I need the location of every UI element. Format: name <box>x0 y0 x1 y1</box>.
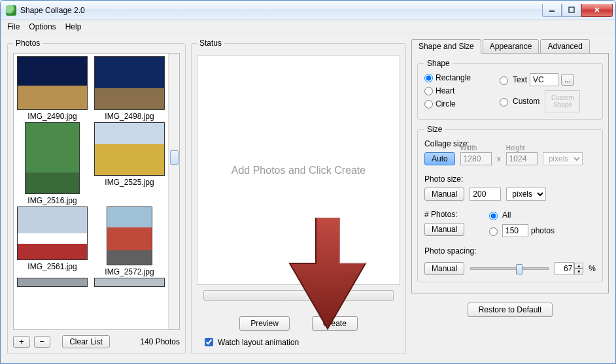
maximize-button[interactable] <box>562 4 581 17</box>
photo-item[interactable]: IMG_2498.jpg <box>94 56 165 121</box>
app-window: Shape Collage 2.0 File Options Help Phot… <box>0 0 616 364</box>
collage-width-input[interactable] <box>460 152 492 165</box>
menubar: File Options Help <box>1 20 615 33</box>
shape-text-browse-button[interactable]: ... <box>561 74 574 86</box>
collage-size-auto-button[interactable]: Auto <box>424 152 455 165</box>
settings-tabs: Shape and Size Appearance Advanced <box>411 39 609 53</box>
photo-size-label: Photo size: <box>424 174 481 184</box>
photo-caption: IMG_2525.jpg <box>94 178 165 187</box>
num-photos-count-radio[interactable] <box>489 227 498 236</box>
photo-item[interactable]: IMG_2525.jpg <box>94 122 165 205</box>
preview-button[interactable]: Preview <box>239 316 290 331</box>
photos-panel: Photos IMG_2490.jpg IMG_2498.jpg IMG_251… <box>7 39 186 354</box>
photo-count: 140 Photos <box>140 337 180 346</box>
status-legend: Status <box>197 39 224 48</box>
create-button[interactable]: Create <box>312 316 358 331</box>
titlebar[interactable]: Shape Collage 2.0 <box>1 1 615 20</box>
clear-list-button[interactable]: Clear List <box>62 335 110 348</box>
spacing-manual-button[interactable]: Manual <box>424 262 464 275</box>
spacing-slider-thumb[interactable] <box>516 264 522 274</box>
watch-animation-checkbox[interactable] <box>205 338 213 346</box>
add-photo-button[interactable]: + <box>13 336 30 348</box>
scrollbar[interactable] <box>168 54 179 329</box>
shape-text-radio[interactable] <box>500 76 508 85</box>
shape-circle-radio[interactable] <box>424 100 433 108</box>
shape-group: Shape Rectangle Heart Circle Text <box>417 59 603 120</box>
num-photos-manual-button[interactable]: Manual <box>424 223 464 236</box>
tab-body: Shape Rectangle Heart Circle Text <box>411 53 609 293</box>
photo-caption: IMG_2561.jpg <box>16 262 88 271</box>
watch-animation-label: Watch layout animation <box>218 338 299 347</box>
menu-file[interactable]: File <box>3 21 24 33</box>
photo-caption: IMG_2572.jpg <box>94 267 165 276</box>
percent-label: % <box>589 264 596 273</box>
shape-heart[interactable]: Heart <box>424 86 496 95</box>
num-photos-all-radio[interactable] <box>489 212 498 220</box>
shape-rectangle[interactable]: Rectangle <box>424 73 496 82</box>
spacing-label: Photo spacing: <box>424 246 481 256</box>
restore-default-button[interactable]: Restore to Default <box>468 303 553 317</box>
app-icon <box>6 5 16 16</box>
shape-legend: Shape <box>424 59 453 68</box>
thumbnail <box>17 207 88 260</box>
svg-rect-0 <box>549 10 555 12</box>
menu-options[interactable]: Options <box>25 21 60 33</box>
photo-caption: IMG_2498.jpg <box>94 112 165 121</box>
status-panel: Status Add Photos and Click Create Previ… <box>191 39 406 354</box>
thumbnail <box>17 56 88 110</box>
thumbnail <box>107 207 152 265</box>
thumbnail <box>94 278 165 287</box>
thumbnail <box>94 56 165 110</box>
thumbnail <box>17 278 88 287</box>
settings-column: Shape and Size Appearance Advanced Shape… <box>411 39 609 354</box>
shape-text-input[interactable] <box>530 73 558 86</box>
num-photos-label: # Photos: <box>424 210 481 219</box>
photo-item[interactable]: IMG_2561.jpg <box>16 207 88 276</box>
num-photos-count[interactable]: photos <box>486 224 555 237</box>
shape-heart-radio[interactable] <box>424 87 433 95</box>
preview-canvas: Add Photos and Click Create <box>197 56 400 285</box>
spacing-slider[interactable] <box>470 267 549 270</box>
num-photos-input[interactable] <box>502 224 528 237</box>
photo-list[interactable]: IMG_2490.jpg IMG_2498.jpg IMG_2516.jpg I… <box>14 54 168 329</box>
spacing-spin-up[interactable]: ▲ <box>574 263 583 269</box>
photo-caption: IMG_2490.jpg <box>16 112 88 121</box>
shape-rectangle-radio[interactable] <box>424 74 433 82</box>
spacing-value-input[interactable] <box>555 262 574 275</box>
remove-photo-button[interactable]: − <box>34 336 51 348</box>
collage-height-input[interactable] <box>506 152 538 165</box>
window-title: Shape Collage 2.0 <box>20 6 542 15</box>
photo-size-input[interactable] <box>470 188 501 201</box>
tab-appearance[interactable]: Appearance <box>483 39 539 54</box>
svg-rect-1 <box>569 7 574 12</box>
canvas-placeholder: Add Photos and Click Create <box>231 165 366 176</box>
progress-bar <box>203 290 394 301</box>
photo-item[interactable]: IMG_2572.jpg <box>94 207 165 276</box>
scrollbar-thumb[interactable] <box>170 150 179 165</box>
photo-caption: IMG_2516.jpg <box>16 196 88 205</box>
content: Photos IMG_2490.jpg IMG_2498.jpg IMG_251… <box>1 33 615 363</box>
tab-advanced[interactable]: Advanced <box>540 39 589 54</box>
thumbnail <box>25 122 80 194</box>
size-group: Size Collage size: Auto Width x Height p… <box>417 125 603 282</box>
photo-unit-select[interactable]: pixels <box>506 188 546 201</box>
collage-unit-select[interactable]: pixels <box>543 152 583 165</box>
spacing-spin-down[interactable]: ▼ <box>574 269 583 274</box>
shape-custom-radio[interactable] <box>500 98 508 107</box>
shape-circle[interactable]: Circle <box>424 99 496 108</box>
photo-size-manual-button[interactable]: Manual <box>424 188 464 201</box>
shape-text[interactable]: Text <box>496 74 527 85</box>
num-photos-all[interactable]: All <box>486 210 555 220</box>
photo-item[interactable]: IMG_2516.jpg <box>16 122 88 205</box>
custom-shape-dropzone[interactable]: Custom Shape <box>545 90 580 112</box>
photo-item[interactable]: IMG_2490.jpg <box>16 56 88 121</box>
photo-item[interactable] <box>16 278 88 287</box>
close-button[interactable] <box>581 4 613 17</box>
thumbnail <box>94 122 165 176</box>
tab-shape-size[interactable]: Shape and Size <box>411 39 481 54</box>
photos-legend: Photos <box>13 39 43 48</box>
photo-item[interactable] <box>94 278 165 287</box>
menu-help[interactable]: Help <box>61 21 86 33</box>
minimize-button[interactable] <box>542 4 562 17</box>
shape-custom[interactable]: Custom <box>496 96 539 107</box>
